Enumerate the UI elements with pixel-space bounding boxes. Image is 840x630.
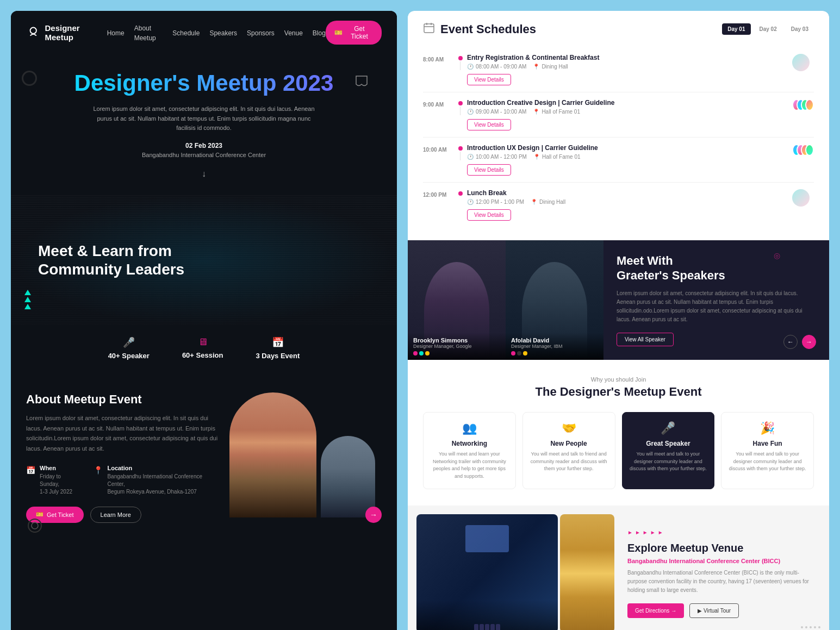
speaker-role-2: Designer Manager, IBM: [511, 344, 598, 349]
time-2: 9:00 AM: [423, 102, 444, 108]
schedule-line-3: [460, 152, 461, 160]
schedule-icon: [423, 22, 435, 36]
clock-icon-2: 🕐: [467, 109, 474, 115]
venue-content: ► ► ► ► ► Explore Meetup Venue Bangaband…: [614, 506, 829, 630]
why-card-great-speaker: 🎤 Great Speaker You will meet and talk t…: [622, 412, 715, 489]
have-fun-title: Have Fun: [728, 440, 807, 447]
view-details-btn-4[interactable]: View Details: [467, 209, 511, 221]
venue-name: Bangabandhu International Conference Cen…: [627, 558, 816, 564]
time-col-2: 9:00 AM: [423, 99, 458, 109]
speakers-decor-icon: ◎: [774, 251, 780, 260]
view-details-btn-1[interactable]: View Details: [467, 74, 511, 85]
time-col-4: 12:00 PM: [423, 189, 458, 199]
venue-section: ► ► ► ► ► Explore Meetup Venue Bangaband…: [408, 506, 829, 630]
stat-event: 📅 3 Days Event: [256, 336, 300, 360]
schedule-section: Event Schedules Day 01 Day 02 Day 03 8:0…: [408, 11, 829, 240]
about-section: About Meetup Event Lorem ipsum dolor sit…: [11, 371, 397, 545]
networking-title: Networking: [430, 440, 509, 447]
svg-point-0: [30, 28, 36, 34]
venue-screen: [465, 525, 509, 552]
stat-session: 🖥 60+ Session: [182, 336, 223, 360]
get-ticket-nav-button[interactable]: 🎫 Get Ticket: [326, 21, 382, 45]
about-next-arrow[interactable]: →: [365, 507, 382, 523]
arrow-3: [24, 304, 31, 309]
about-description: Lorem ipsum dolor sit amet, consectetur …: [26, 413, 219, 454]
day-tab-2[interactable]: Day 02: [754, 23, 782, 35]
clock-icon-3: 🕐: [467, 154, 474, 160]
schedule-item-2: 9:00 AM Introduction Creative Design | C…: [423, 92, 814, 138]
avatar-group-3: [792, 144, 814, 156]
scroll-down-icon[interactable]: ↓: [38, 169, 370, 179]
view-all-speakers-button[interactable]: View All Speaker: [617, 333, 674, 346]
hero-section: Designer's Meetup 2023 Lorem ipsum dolor…: [11, 54, 397, 195]
venue-side-image: [560, 514, 614, 630]
location-icon: 📍: [94, 466, 103, 475]
venue-main-image: [416, 514, 558, 630]
time-detail-3: 🕐 10:00 AM - 12:00 PM: [467, 154, 527, 160]
schedule-meta-4: 🕐 12:00 PM - 1:00 PM 📍 Dining Hall: [467, 199, 783, 205]
svg-rect-3: [424, 24, 434, 33]
avatar-group-2: [792, 99, 814, 111]
chair-1: [474, 624, 478, 630]
nav-about[interactable]: About Meetup: [134, 24, 156, 42]
session-stat-icon: 🖥: [198, 336, 208, 348]
venue-arrow-4: ►: [650, 529, 656, 535]
time-1: 8:00 AM: [423, 57, 444, 63]
hero-date: 02 Feb 2023: [38, 142, 370, 149]
venue-3: 📍 Hall of Fame 01: [533, 154, 581, 160]
speakers-prev-button[interactable]: ←: [783, 335, 798, 349]
about-meta: 📅 When Friday to Sunday,1-3 July 2022 📍 …: [26, 465, 219, 496]
dot-1-1: [413, 351, 418, 355]
event-stat-icon: 📅: [272, 336, 284, 348]
venue-arrow-3: ►: [643, 529, 648, 535]
hero-decor-circle: [22, 71, 37, 86]
arrow-1: [24, 290, 31, 295]
time-dot-2: [458, 101, 463, 105]
nav-venue[interactable]: Venue: [284, 29, 303, 37]
avatar-col-1: [792, 54, 814, 71]
nav-schedule[interactable]: Schedule: [172, 29, 200, 37]
nav-blog[interactable]: Blog: [313, 29, 326, 37]
avatar-single-1: [792, 54, 810, 71]
venue-description: Bangabandhu International Conference Cen…: [627, 569, 816, 595]
get-directions-button[interactable]: Get Directions →: [627, 603, 684, 618]
svg-point-1: [28, 519, 41, 532]
why-card-have-fun: 🎉 Have Fun You will meet and talk to you…: [721, 412, 814, 489]
venue-icon-3: 📍: [533, 154, 540, 160]
svg-point-2: [32, 522, 38, 529]
arrow-2: [24, 297, 31, 302]
schedule-header: Event Schedules Day 01 Day 02 Day 03: [423, 22, 814, 36]
audience-decor-arrows: [24, 290, 31, 309]
day-tab-1[interactable]: Day 01: [722, 23, 750, 35]
chair-3: [485, 624, 489, 630]
location-label: Location: [107, 465, 219, 471]
schedule-content-4: Lunch Break 🕐 12:00 PM - 1:00 PM 📍 Dinin…: [467, 189, 783, 221]
avatar-col-2: [792, 99, 814, 111]
time-col-1: 8:00 AM: [423, 54, 458, 64]
about-decor: [26, 517, 43, 537]
speaker-stat-icon: 🎤: [123, 336, 135, 348]
venue-icon-4: 📍: [531, 199, 537, 205]
learn-more-button[interactable]: Learn More: [90, 507, 141, 523]
view-details-btn-3[interactable]: View Details: [467, 164, 511, 176]
time-dot-4: [458, 191, 463, 196]
nav-sponsors[interactable]: Sponsors: [247, 29, 275, 37]
venue-title: Explore Meetup Venue: [627, 542, 816, 554]
nav-home[interactable]: Home: [107, 29, 125, 37]
speaker-stat-value: 40+ Speaker: [108, 352, 150, 360]
venue-decor-arrows: ► ► ► ► ►: [627, 529, 816, 535]
speakers-next-button[interactable]: →: [802, 335, 816, 349]
new-people-title: New People: [530, 440, 608, 447]
nav: Designer Meetup Home About Meetup Schedu…: [11, 11, 397, 54]
day-tab-3[interactable]: Day 03: [786, 23, 814, 35]
virtual-tour-button[interactable]: ▶ Virtual Tour: [689, 603, 739, 618]
clock-icon-4: 🕐: [467, 199, 474, 205]
nav-speakers[interactable]: Speakers: [209, 29, 237, 37]
venue-icon-1: 📍: [533, 64, 539, 70]
audience-section: Meet & Learn from Community Leaders: [11, 195, 397, 326]
view-details-btn-2[interactable]: View Details: [467, 119, 511, 130]
speaker-photos: Brooklyn Simmons Designer Manager, Googl…: [408, 240, 603, 360]
schedule-meta-1: 🕐 08:00 AM - 09:00 AM 📍 Dining Hall: [467, 64, 783, 70]
schedule-title: Event Schedules: [440, 22, 536, 36]
venue-images: [408, 506, 614, 630]
